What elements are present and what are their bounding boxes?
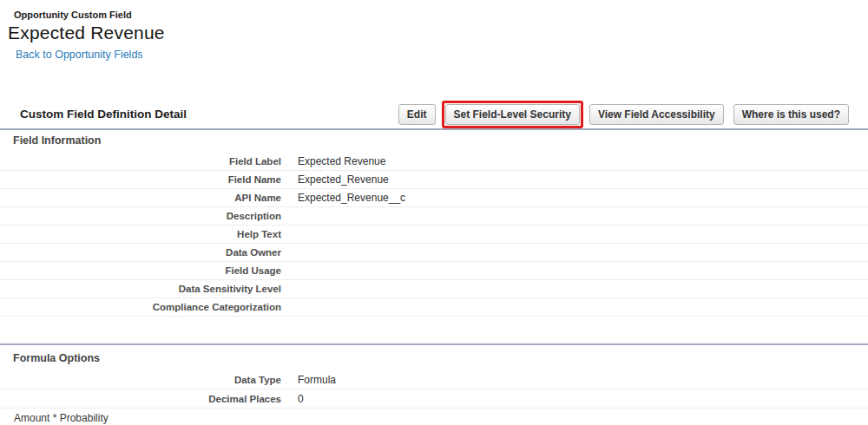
field-row: Data Type Formula <box>0 370 868 389</box>
field-label: Field Name <box>0 174 281 185</box>
field-row: Data Sensitivity Level <box>0 280 868 298</box>
field-information-rows: Field Label Expected Revenue Field Name … <box>0 153 868 317</box>
formula-options-rows: Data Type Formula Decimal Places 0 <box>0 370 868 409</box>
detail-header-bar: Custom Field Definition Detail Edit Set … <box>0 103 868 130</box>
field-value: Expected_Revenue__c <box>281 192 405 204</box>
edit-button-frame: Edit <box>395 101 439 128</box>
where-is-this-used-button-frame: Where is this used? <box>730 101 852 128</box>
edit-button[interactable]: Edit <box>398 104 436 125</box>
where-is-this-used-button[interactable]: Where is this used? <box>733 104 849 125</box>
field-value: 0 <box>281 393 304 405</box>
field-value: Expected Revenue <box>281 155 385 167</box>
field-label: Data Sensitivity Level <box>0 284 281 294</box>
field-row: API Name Expected_Revenue__c <box>0 189 868 207</box>
set-field-level-security-button-frame: Set Field-Level Security <box>442 101 583 128</box>
field-row: Field Name Expected_Revenue <box>0 171 868 189</box>
toolbar: Edit Set Field-Level Security View Field… <box>395 101 852 128</box>
field-label: Field Usage <box>0 265 281 276</box>
field-row: Help Text <box>0 226 868 244</box>
view-field-accessibility-button-frame: View Field Accessibility <box>586 101 727 128</box>
field-row: Field Label Expected Revenue <box>0 153 868 171</box>
field-row: Decimal Places 0 <box>0 389 868 409</box>
detail-section-title: Custom Field Definition Detail <box>20 108 187 121</box>
page-title: Expected Revenue <box>8 23 165 43</box>
entity-type-label: Opportunity Custom Field <box>14 10 165 20</box>
field-row: Compliance Categorization <box>0 298 868 317</box>
formula-options-section: Formula Options Data Type Formula Decima… <box>0 343 868 424</box>
field-label: Data Owner <box>0 247 281 258</box>
section-title: Formula Options <box>0 345 868 364</box>
field-label: API Name <box>0 193 281 203</box>
back-link[interactable]: Back to Opportunity Fields <box>16 49 143 61</box>
field-row: Field Usage <box>0 262 868 280</box>
field-information-section: Field Information Field Label Expected R… <box>0 134 868 317</box>
section-title: Field Information <box>0 134 868 147</box>
field-row: Description <box>0 207 868 226</box>
field-value: Formula <box>281 374 336 386</box>
field-label: Data Type <box>0 375 281 385</box>
field-label: Help Text <box>0 229 281 239</box>
field-value: Expected_Revenue <box>281 173 389 186</box>
view-field-accessibility-button[interactable]: View Field Accessibility <box>589 104 724 125</box>
formula-expression: Amount * Probability <box>0 409 868 424</box>
field-row: Data Owner <box>0 244 868 262</box>
set-field-level-security-button[interactable]: Set Field-Level Security <box>445 104 580 125</box>
field-label: Decimal Places <box>0 394 281 404</box>
field-label: Field Label <box>0 156 281 167</box>
field-label: Compliance Categorization <box>0 302 281 312</box>
field-label: Description <box>0 211 281 221</box>
page-header: Opportunity Custom Field Expected Revenu… <box>8 10 165 62</box>
